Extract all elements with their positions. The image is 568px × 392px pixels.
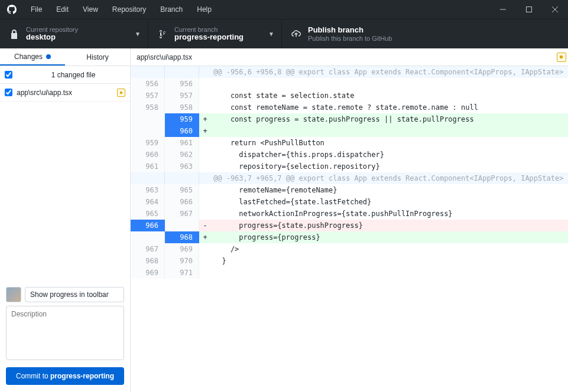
diff-line[interactable]: 967969 /> xyxy=(131,243,568,255)
diff-code: return <PushPullButton xyxy=(211,137,568,149)
diff-line[interactable]: 959+ const progress = state.pushProgress… xyxy=(131,113,568,125)
gutter-old: 966 xyxy=(131,220,165,231)
diff-line[interactable]: 969971 xyxy=(131,267,568,279)
app-logo-icon xyxy=(0,5,24,14)
gutter-old: 963 xyxy=(131,184,165,196)
branch-value: progress-reporting xyxy=(174,33,244,42)
commit-btn-prefix: Commit to xyxy=(16,372,50,380)
diff-line[interactable]: 968970 } xyxy=(131,255,568,267)
diff-filepath: app\src\ui\app.tsx xyxy=(137,53,192,61)
commit-summary-input[interactable] xyxy=(25,287,124,302)
diff-marker xyxy=(199,243,211,255)
menu-repository[interactable]: Repository xyxy=(105,0,153,19)
diff-line[interactable]: 961963 repository={selection.repository} xyxy=(131,161,568,172)
diff-line[interactable]: 959961 return <PushPullButton xyxy=(131,137,568,149)
publish-branch-button[interactable]: Publish branch Publish this branch to Gi… xyxy=(281,19,421,48)
menu-edit[interactable]: Edit xyxy=(49,0,76,19)
diff-line[interactable]: 958958 const remoteName = state.remote ?… xyxy=(131,102,568,113)
file-checkbox[interactable] xyxy=(5,89,12,96)
gutter-new xyxy=(165,220,199,231)
window-close-button[interactable] xyxy=(542,0,568,19)
diff-line[interactable]: 965967 networkActionInProgress={state.pu… xyxy=(131,208,568,220)
gutter-old: 958 xyxy=(131,102,165,113)
diff-marker xyxy=(199,208,211,220)
cloud-upload-icon xyxy=(290,30,302,38)
publish-subtitle: Publish this branch to GitHub xyxy=(308,35,392,43)
diff-header: app\src\ui\app.tsx xyxy=(131,48,568,66)
window-maximize-button[interactable] xyxy=(516,0,542,19)
gutter-old: 965 xyxy=(131,208,165,220)
svg-rect-1 xyxy=(527,7,532,12)
modified-badge-icon xyxy=(117,89,125,97)
commit-description-input[interactable] xyxy=(6,306,124,360)
diff-line[interactable]: @@ -956,6 +956,8 @@ export class App ext… xyxy=(131,66,568,78)
gutter-new: 959 xyxy=(165,113,199,125)
diff-marker: - xyxy=(199,220,211,231)
diff-line[interactable]: 964966 lastFetched={state.lastFetched} xyxy=(131,196,568,208)
diff-line[interactable]: 960962 dispatcher={this.props.dispatcher… xyxy=(131,149,568,161)
titlebar: FileEditViewRepositoryBranchHelp xyxy=(0,0,568,19)
gutter-new: 967 xyxy=(165,208,199,220)
branch-selector[interactable]: Current branch progress-reporting ▼ xyxy=(148,19,281,48)
gutter-new: 958 xyxy=(165,102,199,113)
gutter-old xyxy=(131,231,165,243)
gutter-old: 956 xyxy=(131,78,165,90)
diff-code: const remoteName = state.remote ? state.… xyxy=(211,102,568,113)
diff-line[interactable]: 956956 xyxy=(131,78,568,90)
publish-title: Publish branch xyxy=(308,26,392,35)
menu-bar: FileEditViewRepositoryBranchHelp xyxy=(24,0,219,19)
gutter-new: 956 xyxy=(165,78,199,90)
diff-line[interactable]: 968+ progress={progress} xyxy=(131,231,568,243)
diff-code: @@ -963,7 +965,7 @@ export class App ext… xyxy=(211,172,568,184)
diff-line[interactable]: 966- progress={state.pushProgress} xyxy=(131,220,568,231)
gutter-new: 970 xyxy=(165,255,199,267)
gutter-old xyxy=(131,172,165,184)
repo-selector[interactable]: Current repository desktop ▼ xyxy=(0,19,148,48)
tab-history[interactable]: History xyxy=(65,48,130,66)
tab-history-label: History xyxy=(86,53,108,61)
gutter-new xyxy=(165,66,199,78)
gutter-new: 960 xyxy=(165,125,199,137)
gutter-new: 957 xyxy=(165,90,199,102)
diff-code: } xyxy=(211,255,568,267)
file-name: app\src\ui\app.tsx xyxy=(17,89,117,97)
diff-line[interactable]: @@ -963,7 +965,7 @@ export class App ext… xyxy=(131,172,568,184)
diff-marker xyxy=(199,149,211,161)
diff-marker xyxy=(199,184,211,196)
diff-line[interactable]: 957957 const state = selection.state xyxy=(131,90,568,102)
diff-marker xyxy=(199,255,211,267)
diff-line[interactable]: 963965 remoteName={remoteName} xyxy=(131,184,568,196)
commit-btn-branch: progress-reporting xyxy=(50,372,114,380)
diff-code: @@ -956,6 +956,8 @@ export class App ext… xyxy=(211,66,568,78)
lock-icon xyxy=(8,30,20,39)
gutter-new: 965 xyxy=(165,184,199,196)
diff-code: repository={selection.repository} xyxy=(211,161,568,172)
diff-line[interactable]: 960+ xyxy=(131,125,568,137)
window-minimize-button[interactable] xyxy=(490,0,516,19)
gutter-old: 959 xyxy=(131,137,165,149)
chevron-down-icon: ▼ xyxy=(268,31,274,37)
gutter-old xyxy=(131,113,165,125)
diff-code: progress={state.pushProgress} xyxy=(211,220,568,231)
changed-count: 1 changed file xyxy=(17,71,130,79)
menu-help[interactable]: Help xyxy=(190,0,219,19)
tab-changes[interactable]: Changes xyxy=(0,48,65,66)
commit-button[interactable]: Commit to progress-reporting xyxy=(6,367,124,385)
diff-marker xyxy=(199,66,211,78)
menu-branch[interactable]: Branch xyxy=(153,0,190,19)
gutter-old xyxy=(131,125,165,137)
file-row[interactable]: app\src\ui\app.tsx xyxy=(0,84,130,102)
gutter-new: 966 xyxy=(165,196,199,208)
menu-file[interactable]: File xyxy=(24,0,49,19)
diff-marker xyxy=(199,137,211,149)
menu-view[interactable]: View xyxy=(76,0,105,19)
diff-body[interactable]: @@ -956,6 +956,8 @@ export class App ext… xyxy=(131,66,568,392)
diff-code xyxy=(211,78,568,90)
commit-form: Commit to progress-reporting xyxy=(0,282,130,392)
diff-code: networkActionInProgress={state.pushPullI… xyxy=(211,208,568,220)
diff-marker xyxy=(199,161,211,172)
select-all-checkbox[interactable] xyxy=(5,71,12,79)
diff-code: /> xyxy=(211,243,568,255)
diff-marker xyxy=(199,172,211,184)
branch-icon xyxy=(157,30,168,39)
